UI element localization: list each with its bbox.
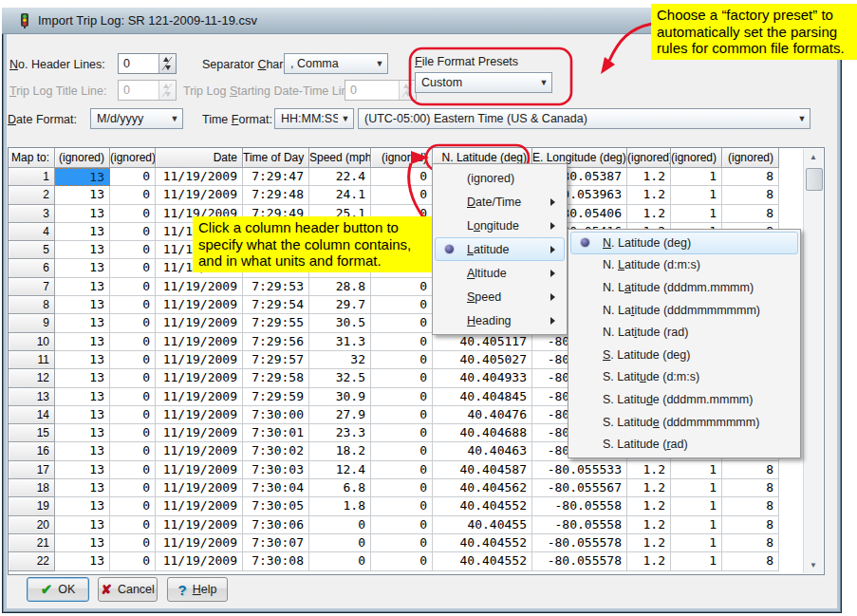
row-header-button[interactable]: 18 <box>9 479 55 497</box>
menu-item[interactable]: Date/Time <box>435 190 565 214</box>
table-cell[interactable]: 11/19/2009 <box>156 406 243 424</box>
table-cell[interactable]: 0 <box>371 314 433 332</box>
spin-updown-icon[interactable] <box>158 54 176 73</box>
table-cell[interactable]: 0 <box>371 333 433 351</box>
row-header-button[interactable]: 14 <box>9 406 55 424</box>
table-cell[interactable]: 40.404587 <box>433 461 532 479</box>
table-cell[interactable]: 0 <box>371 516 433 534</box>
table-cell[interactable]: 0 <box>309 552 371 570</box>
table-cell[interactable]: 8 <box>722 552 779 570</box>
table-cell[interactable]: 12.4 <box>309 461 371 479</box>
table-cell[interactable]: 0 <box>110 388 156 406</box>
table-cell[interactable]: -80.05558 <box>532 516 627 534</box>
table-cell[interactable]: 13 <box>55 388 110 406</box>
column-header-button[interactable]: Speed (mph) <box>309 148 371 168</box>
scroll-down-icon[interactable]: ▼ <box>805 557 822 573</box>
table-cell[interactable]: 13 <box>55 442 110 460</box>
table-cell[interactable]: 0 <box>371 369 433 387</box>
row-header-button[interactable]: 2 <box>9 186 55 204</box>
table-cell[interactable]: 40.40476 <box>433 406 532 424</box>
table-cell[interactable]: 1.2 <box>627 479 671 497</box>
menu-item[interactable]: Heading <box>435 308 565 332</box>
table-cell[interactable]: 1 <box>671 186 722 204</box>
table-cell[interactable]: 0 <box>110 442 156 460</box>
table-cell[interactable]: 11/19/2009 <box>156 369 243 387</box>
table-cell[interactable]: 13 <box>55 406 110 424</box>
table-cell[interactable]: -80.055567 <box>532 479 627 497</box>
table-cell[interactable]: 7:30:02 <box>243 442 309 460</box>
table-cell[interactable]: 0 <box>110 168 156 186</box>
table-cell[interactable]: 40.40463 <box>433 442 532 460</box>
table-cell[interactable]: 0 <box>110 241 156 259</box>
column-header-button[interactable]: (ignored) <box>722 148 779 168</box>
date-format-combo[interactable]: M/d/yyyy ▼ <box>90 108 183 129</box>
column-header-button[interactable]: (ignored) <box>371 148 433 168</box>
table-cell[interactable]: 0 <box>371 497 433 515</box>
table-cell[interactable]: 11/19/2009 <box>156 516 243 534</box>
table-cell[interactable]: 13 <box>55 516 110 534</box>
table-cell[interactable]: 7:30:03 <box>243 461 309 479</box>
table-cell[interactable]: 0 <box>110 461 156 479</box>
table-cell[interactable]: 0 <box>371 406 433 424</box>
row-header-button[interactable]: 10 <box>9 333 55 351</box>
table-cell[interactable]: 13 <box>55 186 110 204</box>
submenu-item[interactable]: S. Latitude (rad) <box>570 433 798 456</box>
table-cell[interactable]: 13 <box>55 241 110 259</box>
table-cell[interactable]: 0 <box>110 516 156 534</box>
table-cell[interactable]: 11/19/2009 <box>156 186 243 204</box>
table-cell[interactable]: -80.055578 <box>532 552 627 570</box>
row-header-button[interactable]: 19 <box>9 497 55 515</box>
scroll-up-icon[interactable]: ▲ <box>805 149 822 165</box>
submenu-item[interactable]: N. Latitude (dddmm.mmmm) <box>570 276 798 299</box>
column-header-button[interactable]: (ignored) <box>55 148 110 168</box>
table-cell[interactable]: 1.2 <box>627 461 671 479</box>
submenu-item[interactable]: N. Latitude (deg) <box>570 232 798 254</box>
ok-button[interactable]: ✔ OK <box>27 577 89 602</box>
table-cell[interactable]: 0 <box>371 278 433 296</box>
table-cell[interactable]: 1 <box>671 516 722 534</box>
table-cell[interactable]: 32.5 <box>309 369 371 387</box>
table-cell[interactable]: 1.2 <box>627 552 671 570</box>
table-cell[interactable]: 13 <box>55 479 110 497</box>
table-cell[interactable]: 11/19/2009 <box>156 461 243 479</box>
table-cell[interactable]: 7:30:08 <box>243 552 309 570</box>
row-header-button[interactable]: 4 <box>9 223 55 241</box>
table-cell[interactable]: 0 <box>309 516 371 534</box>
table-cell[interactable]: 11/19/2009 <box>156 552 243 570</box>
menu-item[interactable]: Altitude <box>435 261 565 285</box>
table-cell[interactable]: 6.8 <box>309 479 371 497</box>
column-header-button[interactable]: Time of Day <box>243 148 309 168</box>
table-cell[interactable]: 11/19/2009 <box>156 388 243 406</box>
file-format-presets-combo[interactable]: Custom ▼ <box>415 72 552 93</box>
table-cell[interactable]: 40.404552 <box>433 534 532 552</box>
table-cell[interactable]: 0 <box>371 388 433 406</box>
table-cell[interactable]: 8 <box>722 461 779 479</box>
table-cell[interactable]: 0 <box>110 205 156 223</box>
no-header-lines-spinner[interactable]: 0 <box>118 53 177 74</box>
table-cell[interactable]: 0 <box>371 296 433 314</box>
table-cell[interactable]: 7:29:54 <box>243 296 309 314</box>
table-cell[interactable]: 40.404552 <box>433 497 532 515</box>
table-cell[interactable]: 8 <box>722 497 779 515</box>
table-cell[interactable]: 0 <box>371 479 433 497</box>
row-header-button[interactable]: 12 <box>9 369 55 387</box>
submenu-item[interactable]: N. Latitude (rad) <box>570 321 798 344</box>
table-cell[interactable]: 8 <box>722 168 779 186</box>
table-cell[interactable]: 0 <box>110 369 156 387</box>
table-cell[interactable]: 0 <box>110 223 156 241</box>
table-cell[interactable]: 30.5 <box>309 314 371 332</box>
table-cell[interactable]: -80.05558 <box>532 497 627 515</box>
table-cell[interactable]: 24.1 <box>309 186 371 204</box>
separator-character-combo[interactable]: , Comma ▼ <box>284 53 388 74</box>
table-cell[interactable]: 0 <box>110 534 156 552</box>
corner-header[interactable]: Map to: <box>9 148 55 168</box>
timezone-combo[interactable]: (UTC-05:00) Eastern Time (US & Canada) ▼ <box>358 108 810 129</box>
submenu-item[interactable]: S. Latitude (dddmm.mmmm) <box>570 388 798 411</box>
table-cell[interactable]: 13 <box>55 424 110 442</box>
table-cell[interactable]: 7:29:58 <box>243 369 309 387</box>
menu-item[interactable]: Latitude <box>435 237 565 261</box>
table-cell[interactable]: 13 <box>55 497 110 515</box>
table-cell[interactable]: 11/19/2009 <box>156 442 243 460</box>
table-cell[interactable]: 13 <box>55 534 110 552</box>
table-cell[interactable]: 0 <box>371 442 433 460</box>
